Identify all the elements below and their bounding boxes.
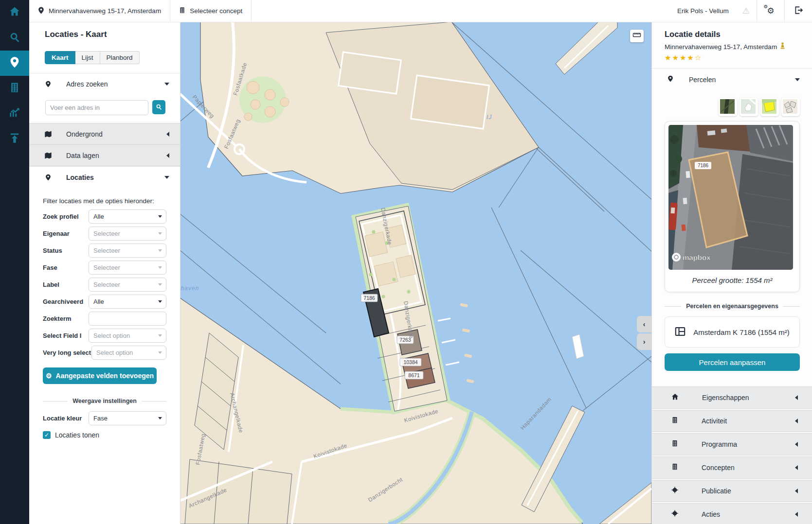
select-value: Select option [96, 349, 133, 356]
building-icon [671, 440, 678, 449]
address-search-input[interactable] [45, 100, 148, 115]
section-percelen[interactable]: Percelen [652, 68, 812, 91]
thumbnail-highlight-style[interactable] [760, 98, 779, 116]
settings-button[interactable]: ⚙⚙ [757, 0, 784, 22]
gearchiveerd-select[interactable]: Alle [89, 295, 166, 309]
nav-analytics[interactable] [0, 101, 29, 126]
thumbnail-light-style[interactable] [740, 98, 758, 116]
location-pin-icon [44, 81, 53, 87]
zoekterm-input[interactable] [89, 312, 166, 326]
section-ondergrond[interactable]: Ondergrond [29, 123, 180, 145]
accordion-programma[interactable]: Programma [652, 433, 812, 455]
nav-upload[interactable] [0, 126, 29, 152]
thumbnail-parcels-style[interactable] [781, 98, 800, 116]
nav-search[interactable] [0, 25, 29, 51]
location-pin-icon [38, 7, 44, 16]
nav-rail [0, 0, 29, 524]
checkbox-checked-icon[interactable] [43, 431, 51, 439]
map-canvas[interactable]: 7186 7263 10384 8671 Fosfaatkade Fosfaat… [180, 22, 651, 524]
field-label: Gearchiveerd [43, 298, 86, 305]
satellite-image[interactable]: 7186 mapbox [668, 125, 793, 270]
tab-lijst[interactable]: Lijst [75, 51, 100, 64]
label-select[interactable]: Selecteer [89, 278, 166, 292]
section-locaties[interactable]: Locaties [29, 166, 180, 188]
chevron-down-icon [158, 232, 162, 235]
nav-buildings[interactable] [0, 76, 29, 101]
tab-kaart[interactable]: Kaart [45, 51, 75, 64]
accordion-acties[interactable]: Acties [652, 503, 812, 524]
percelen-aanpassen-button[interactable]: Percelen aanpassen [665, 353, 800, 371]
view-tabs: Kaart Lijst Planbord [45, 51, 164, 64]
accordion-activiteit[interactable]: Activiteit [652, 410, 812, 432]
accordion-publicatie[interactable]: Publicatie [652, 480, 812, 502]
crosshair-icon [671, 487, 678, 495]
accordion-label: Eigenschappen [702, 394, 749, 402]
eigenaar-select[interactable]: Selecteer [89, 227, 166, 241]
accordion-eigenschappen[interactable]: Eigenschappen [652, 386, 812, 409]
map-icon [44, 131, 53, 138]
chevron-left-icon [795, 442, 798, 447]
search-icon [9, 32, 20, 44]
topbar-concept-tab[interactable]: Selecteer concept [170, 0, 252, 22]
parcel-list-item[interactable]: Amsterdam K 7186 (1554 m²) [665, 316, 800, 348]
topbar-location-label: Minnervahavenweg 15-17, Amsterdam [49, 7, 161, 15]
nav-home[interactable] [0, 0, 29, 25]
rating-stars[interactable]: ★★★★☆ [665, 53, 800, 62]
tab-planbord[interactable]: Planbord [100, 51, 140, 64]
parcel-size-caption: Perceel grootte: 1554 m² [668, 270, 796, 292]
section-label: Adres zoeken [66, 80, 108, 88]
field-label: Eigenaar [43, 230, 86, 237]
location-pin-icon [668, 75, 673, 84]
collapse-right-button[interactable]: › [637, 333, 651, 350]
select-value: Selecteer [93, 281, 120, 288]
section-adres-zoeken[interactable]: Adres zoeken [29, 73, 180, 94]
zoek-profiel-select[interactable]: Alle [89, 210, 166, 224]
chevron-down-icon [158, 334, 162, 337]
mapbox-logo: mapbox [672, 253, 711, 262]
accordion-label: Concepten [702, 464, 735, 472]
chevron-down-icon [158, 249, 162, 252]
parcel-label: 8671 [408, 372, 420, 378]
locaties-tonen-checkbox-row[interactable]: Locaties tonen [43, 431, 166, 439]
stars-filled: ★★★★ [665, 53, 695, 62]
topbar-location-tab[interactable]: Minnervahavenweg 15-17, Amsterdam [29, 0, 170, 22]
status-select[interactable]: Selecteer [89, 244, 166, 258]
logout-button[interactable] [784, 0, 812, 22]
section-data-lagen[interactable]: Data lagen [29, 145, 180, 166]
field-label: Fase [43, 264, 86, 271]
field-label: Zoekterm [43, 315, 86, 322]
address-search-button[interactable] [152, 100, 165, 114]
fase-select[interactable]: Selecteer [89, 261, 166, 275]
nav-locations[interactable] [0, 51, 29, 76]
thumbnail-satellite-style[interactable] [719, 98, 737, 116]
owners-divider: Percelen en eigenaarsgegevens [665, 303, 800, 310]
chevron-down-icon [164, 176, 169, 179]
locatie-kleur-select[interactable]: Fase [89, 411, 166, 425]
location-pin-icon [44, 174, 53, 181]
upload-icon [9, 133, 20, 145]
parcel-preview-card: 7186 mapbox Perceel grootte: 1554 m² [665, 121, 800, 292]
divider-label-text: Weergave instellingen [72, 398, 137, 404]
water-label: Minervahaven [180, 285, 199, 292]
section-label: Data lagen [66, 152, 99, 159]
ruler-icon [632, 31, 641, 41]
button-label: Aangepaste velden toevoegen [56, 372, 154, 380]
chevron-left-icon [166, 153, 169, 158]
add-custom-fields-button[interactable]: ⚙Aangepaste velden toevoegen [43, 367, 157, 384]
statue-icon [780, 42, 785, 51]
collapse-left-button[interactable]: ‹ [637, 316, 651, 332]
panel-collapse-tab: ‹ › [637, 316, 651, 350]
parcel-label: 10384 [403, 359, 417, 365]
water-label: IJ [487, 114, 492, 121]
measure-tool-button[interactable] [630, 30, 644, 42]
section-label: Locaties [66, 174, 94, 181]
select-field-i-select[interactable]: Select option [89, 329, 166, 343]
accordion-concepten[interactable]: Concepten [652, 456, 812, 479]
very-long-select[interactable]: Select option [91, 346, 166, 360]
topbar-concept-label: Selecteer concept [190, 7, 242, 15]
select-value: Selecteer [93, 247, 120, 254]
analytics-chart-icon [9, 107, 20, 120]
left-panel: Locaties - Kaart Kaart Lijst Planbord Ad… [29, 22, 180, 524]
building-icon [671, 463, 678, 472]
star-empty: ☆ [695, 53, 702, 62]
